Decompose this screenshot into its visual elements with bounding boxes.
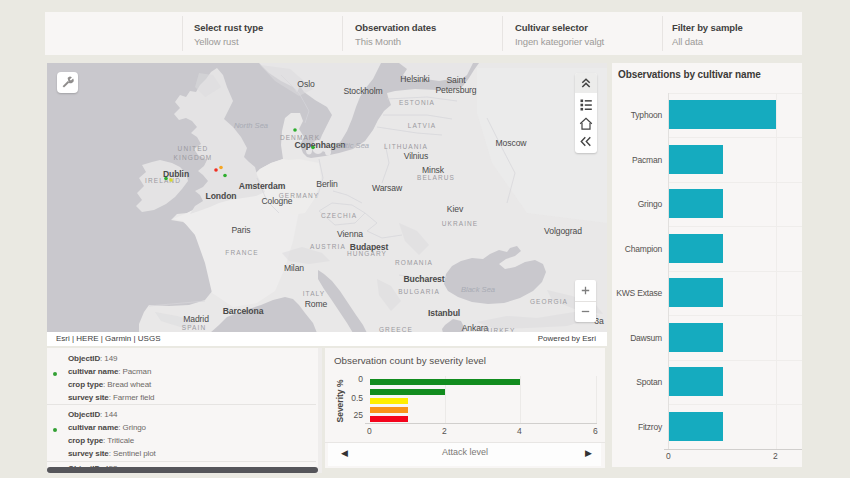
svg-text:Baltic Sea: Baltic Sea: [335, 141, 369, 150]
svg-text:Stockholm: Stockholm: [343, 86, 382, 96]
svg-text:SPAIN: SPAIN: [182, 324, 207, 331]
svg-text:Moscow: Moscow: [496, 138, 528, 148]
svg-text:North Sea: North Sea: [234, 121, 268, 130]
svg-text:GEORGIA: GEORGIA: [530, 298, 568, 305]
svg-text:Kiev: Kiev: [447, 204, 464, 214]
svg-text:Saint: Saint: [446, 75, 466, 85]
svg-text:KINGDOM: KINGDOM: [174, 154, 213, 161]
svg-text:Madrid: Madrid: [183, 314, 209, 324]
svg-text:Helsinki: Helsinki: [400, 74, 429, 84]
svg-text:ITALY: ITALY: [303, 290, 326, 297]
svg-text:BULGARIA: BULGARIA: [398, 288, 440, 295]
svg-text:Vilnius: Vilnius: [404, 151, 428, 161]
svg-text:IRELAND: IRELAND: [145, 177, 181, 184]
svg-text:ROMANIA: ROMANIA: [395, 259, 433, 266]
svg-text:FRANCE: FRANCE: [225, 249, 258, 256]
svg-text:Rome: Rome: [305, 299, 328, 309]
svg-text:ESTONIA: ESTONIA: [399, 99, 435, 106]
svg-text:Berlin: Berlin: [316, 179, 338, 189]
svg-text:Black Sea: Black Sea: [461, 285, 495, 294]
svg-text:Volgograd: Volgograd: [544, 226, 582, 236]
svg-text:UKRAINE: UKRAINE: [442, 220, 479, 227]
svg-text:Amsterdam: Amsterdam: [239, 181, 286, 191]
svg-text:GERMANY: GERMANY: [279, 192, 320, 199]
svg-text:Bucharest: Bucharest: [403, 274, 444, 284]
svg-text:LATVIA: LATVIA: [408, 122, 437, 129]
svg-text:Warsaw: Warsaw: [372, 183, 403, 193]
svg-text:Istanbul: Istanbul: [428, 308, 460, 318]
svg-text:Milan: Milan: [284, 263, 304, 273]
svg-text:London: London: [206, 191, 237, 201]
svg-text:UNITED: UNITED: [178, 145, 209, 152]
svg-text:CZECHIA: CZECHIA: [321, 212, 357, 219]
svg-text:BELARUS: BELARUS: [417, 174, 455, 181]
svg-text:AUSTRIA: AUSTRIA: [310, 243, 346, 250]
svg-text:Paris: Paris: [231, 225, 250, 235]
svg-text:Barcelona: Barcelona: [223, 306, 264, 316]
svg-text:LITHUANIA: LITHUANIA: [384, 143, 428, 150]
svg-text:Vienna: Vienna: [337, 229, 363, 239]
svg-text:HUNGARY: HUNGARY: [347, 250, 387, 257]
svg-text:Oslo: Oslo: [297, 79, 315, 89]
svg-text:DENMARK: DENMARK: [280, 134, 320, 141]
svg-text:Petersburg: Petersburg: [435, 85, 476, 95]
